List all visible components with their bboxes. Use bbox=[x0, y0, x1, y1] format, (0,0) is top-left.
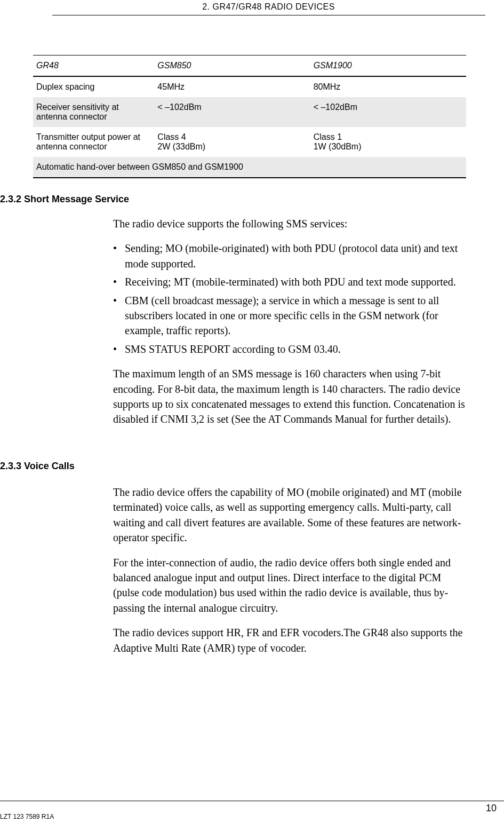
list-item: SMS STATUS REPORT according to GSM 03.40… bbox=[113, 342, 466, 357]
list-item: CBM (cell broadcast message); a service … bbox=[113, 293, 466, 338]
table-row: Duplex spacing 45MHz 80MHz bbox=[33, 76, 466, 97]
table-row: Transmitter output power at antenna conn… bbox=[33, 127, 466, 157]
list-item: Receiving; MT (mobile-terminated) with b… bbox=[113, 274, 466, 289]
paragraph: The maximum length of an SMS message is … bbox=[113, 366, 466, 427]
paragraph: The radio devices support HR, FR and EFR… bbox=[113, 625, 466, 655]
table-cell: Automatic hand-over between GSM850 and G… bbox=[33, 157, 466, 178]
table-row: Automatic hand-over between GSM850 and G… bbox=[33, 157, 466, 178]
table-header-cell: GR48 bbox=[33, 56, 154, 77]
table-cell: 45MHz bbox=[154, 76, 310, 97]
table-cell: < –102dBm bbox=[310, 97, 466, 127]
spec-table: GR48 GSM850 GSM1900 Duplex spacing 45MHz… bbox=[33, 55, 466, 178]
section-body-sms: The radio device supports the following … bbox=[113, 216, 466, 437]
table-cell: Transmitter output power at antenna conn… bbox=[33, 127, 154, 157]
section-heading-voice: 2.3.3 Voice Calls bbox=[0, 461, 75, 472]
table-header-row: GR48 GSM850 GSM1900 bbox=[33, 56, 466, 77]
section-body-voice: The radio device offers the capability o… bbox=[113, 485, 466, 665]
footer-page-number: 10 bbox=[486, 803, 497, 814]
page: 2. GR47/GR48 RADIO DEVICES GR48 GSM850 G… bbox=[0, 0, 504, 830]
table-cell: < –102dBm bbox=[154, 97, 310, 127]
section-heading-sms: 2.3.2 Short Message Service bbox=[0, 194, 129, 205]
table-cell: Class 1 1W (30dBm) bbox=[310, 127, 466, 157]
paragraph: The radio device supports the following … bbox=[113, 216, 466, 231]
running-header: 2. GR47/GR48 RADIO DEVICES bbox=[52, 0, 485, 15]
table-header-cell: GSM1900 bbox=[310, 56, 466, 77]
footer-doc-id: LZT 123 7589 R1A bbox=[0, 813, 54, 820]
paragraph: For the inter-connection of audio, the r… bbox=[113, 555, 466, 616]
table-cell: 80MHz bbox=[310, 76, 466, 97]
table-cell: Duplex spacing bbox=[33, 76, 154, 97]
paragraph: The radio device offers the capability o… bbox=[113, 485, 466, 546]
table-header-cell: GSM850 bbox=[154, 56, 310, 77]
footer-rule bbox=[0, 801, 504, 801]
bullet-list: Sending; MO (mobile-originated) with bot… bbox=[113, 241, 466, 357]
table-cell: Class 4 2W (33dBm) bbox=[154, 127, 310, 157]
table-cell: Receiver sensitivity at antenna connecto… bbox=[33, 97, 154, 127]
list-item: Sending; MO (mobile-originated) with bot… bbox=[113, 241, 466, 271]
table-row: Receiver sensitivity at antenna connecto… bbox=[33, 97, 466, 127]
